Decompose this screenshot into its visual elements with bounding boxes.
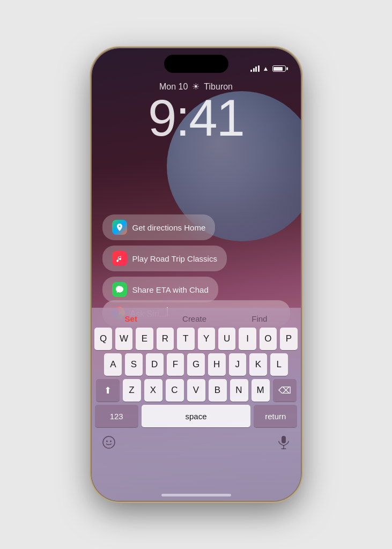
keyboard-bottom: [92, 431, 301, 458]
suggestion-music[interactable]: Play Road Trip Classics: [102, 246, 227, 271]
key-row-1: Q W E R T Y U I O P: [95, 328, 298, 350]
wifi-icon: ▲: [263, 65, 269, 72]
microphone-button[interactable]: [272, 431, 295, 454]
key-row-4: 123 space return: [95, 405, 298, 427]
phone-frame: ▲ Mon 10 ☀ Tiburon 9:41 Get directions: [92, 48, 301, 501]
dynamic-island: [164, 55, 228, 73]
key-o[interactable]: O: [260, 328, 277, 350]
key-j[interactable]: J: [229, 353, 247, 376]
key-b[interactable]: B: [209, 379, 227, 402]
key-delete[interactable]: ⌫: [273, 379, 297, 402]
key-m[interactable]: M: [252, 379, 270, 402]
key-h[interactable]: H: [208, 353, 226, 376]
key-row-2: A S D F G H J K L: [95, 353, 298, 376]
svg-rect-3: [282, 436, 286, 443]
suggestion-directions-text: Get directions Home: [132, 223, 206, 232]
key-l[interactable]: L: [270, 353, 288, 376]
key-z[interactable]: Z: [123, 379, 141, 402]
key-return[interactable]: return: [254, 405, 297, 427]
maps-icon: [112, 220, 127, 235]
key-f[interactable]: F: [167, 353, 184, 376]
key-t[interactable]: T: [177, 328, 194, 350]
mode-set[interactable]: Set: [116, 312, 146, 325]
siri-suggestions: Get directions Home Play Road Trip Class…: [102, 214, 290, 302]
svg-point-2: [110, 441, 112, 442]
suggestion-music-text: Play Road Trip Classics: [132, 254, 217, 263]
key-row-3: ⬆ Z X C V B N M ⌫: [95, 379, 298, 402]
mode-create[interactable]: Create: [174, 312, 215, 325]
key-n[interactable]: N: [230, 379, 248, 402]
key-a[interactable]: A: [104, 353, 122, 376]
key-x[interactable]: X: [144, 379, 162, 402]
signal-icon: [250, 65, 260, 72]
battery-icon: [272, 65, 286, 72]
music-icon: [112, 251, 127, 266]
key-q[interactable]: Q: [94, 328, 112, 350]
keyboard: Q W E R T Y U I O P A S D F G: [92, 328, 301, 427]
key-s[interactable]: S: [125, 353, 143, 376]
key-c[interactable]: C: [166, 379, 184, 402]
suggestion-messages[interactable]: Share ETA with Chad: [102, 277, 218, 302]
time-display: 9:41: [92, 92, 301, 144]
key-p[interactable]: P: [280, 328, 297, 350]
key-d[interactable]: D: [146, 353, 164, 376]
key-e[interactable]: E: [136, 328, 153, 350]
lock-screen: Mon 10 ☀ Tiburon 9:41 Get directions Hom…: [92, 48, 301, 501]
siri-modes-row: Set Create Find: [92, 308, 301, 328]
status-icons: ▲: [250, 65, 285, 72]
messages-icon: [112, 282, 127, 297]
keyboard-area: Set Create Find Q W E R T Y U I O P: [92, 308, 301, 501]
emoji-button[interactable]: [97, 431, 121, 454]
key-u[interactable]: U: [218, 328, 235, 350]
key-w[interactable]: W: [115, 328, 132, 350]
suggestion-messages-text: Share ETA with Chad: [132, 285, 209, 294]
home-indicator: [161, 494, 231, 496]
key-shift[interactable]: ⬆: [96, 379, 120, 402]
key-r[interactable]: R: [157, 328, 174, 350]
mode-find[interactable]: Find: [243, 312, 276, 325]
key-y[interactable]: Y: [198, 328, 215, 350]
svg-point-1: [106, 441, 108, 442]
key-k[interactable]: K: [249, 353, 267, 376]
key-g[interactable]: G: [187, 353, 205, 376]
svg-point-0: [103, 436, 115, 448]
key-i[interactable]: I: [239, 328, 256, 350]
key-v[interactable]: V: [187, 379, 205, 402]
suggestion-directions[interactable]: Get directions Home: [102, 214, 216, 240]
key-123[interactable]: 123: [95, 405, 138, 427]
key-space[interactable]: space: [142, 405, 250, 427]
